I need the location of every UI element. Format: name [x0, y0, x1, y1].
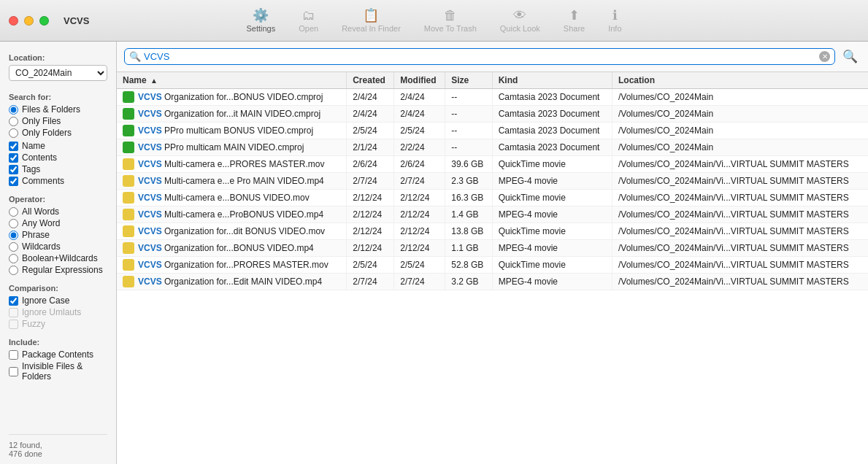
contents-row: Contents: [9, 152, 107, 163]
cell-kind: MPEG-4 movie: [492, 240, 612, 257]
cell-kind: QuickTime movie: [492, 190, 612, 206]
comments-row: Comments: [9, 176, 107, 186]
table-row[interactable]: VCVS Multi-camera e...ProBONUS VIDEO.mp4…: [117, 206, 868, 223]
info-button[interactable]: ℹ Info: [596, 4, 633, 37]
cell-size: 52.8 GB: [445, 257, 492, 274]
file-name: VCVS Organization for...BONUS VIDEO.cmpr…: [138, 92, 323, 102]
boolean-wildcards-label: Boolean+Wildcards: [22, 253, 98, 263]
search-input[interactable]: [144, 51, 816, 62]
settings-button[interactable]: ⚙️ Settings: [234, 4, 287, 37]
invisible-files-row: Invisible Files & Folders: [9, 361, 107, 382]
cell-created: 2/4/24: [347, 89, 394, 106]
window-controls: [9, 16, 49, 26]
table-row[interactable]: VCVS Organization for...it MAIN VIDEO.cm…: [117, 106, 868, 123]
comments-label: Comments: [22, 176, 64, 186]
col-location[interactable]: Location: [612, 72, 868, 89]
cell-name: VCVS Multi-camera e...ProBONUS VIDEO.mp4: [117, 206, 347, 223]
cell-created: 2/12/24: [347, 190, 394, 206]
trash-button[interactable]: 🗑 Move To Trash: [412, 4, 488, 37]
ignore-umlauts-checkbox[interactable]: [9, 308, 18, 317]
content-area: 🔍 ✕ 🔍 Name ▲ Created Modified Size Kind …: [117, 42, 868, 464]
all-words-radio[interactable]: [9, 207, 18, 217]
table-row[interactable]: VCVS Organization for...BONUS VIDEO.mp42…: [117, 240, 868, 257]
quicklook-button[interactable]: 👁 Quick Look: [488, 4, 552, 37]
minimize-button[interactable]: [24, 16, 34, 26]
col-kind[interactable]: Kind: [492, 72, 612, 89]
regular-expressions-radio[interactable]: [9, 266, 18, 275]
file-name: VCVS PPro multicam MAIN VIDEO.cmproj: [138, 142, 304, 152]
package-contents-checkbox[interactable]: [9, 350, 18, 360]
settings-label: Settings: [246, 25, 275, 33]
only-folders-label: Only Folders: [22, 128, 72, 138]
close-button[interactable]: [9, 16, 18, 26]
table-row[interactable]: VCVS Organization for...Edit MAIN VIDEO.…: [117, 274, 868, 290]
name-row: Name: [9, 141, 107, 151]
cell-created: 2/6/24: [347, 156, 394, 173]
titlebar: VCVS ⚙️ Settings 🗂 Open 📋 Reveal In Find…: [0, 0, 868, 42]
search-icon: 🔍: [129, 51, 141, 62]
file-icon: [123, 209, 134, 220]
cell-created: 2/7/24: [347, 274, 394, 290]
cell-kind: MPEG-4 movie: [492, 173, 612, 190]
cell-name: VCVS Organization for...BONUS VIDEO.cmpr…: [117, 89, 347, 106]
cell-kind: QuickTime movie: [492, 257, 612, 274]
boolean-wildcards-radio[interactable]: [9, 254, 18, 263]
comments-checkbox[interactable]: [9, 177, 18, 186]
cell-size: 1.1 GB: [445, 240, 492, 257]
cell-modified: 2/5/24: [394, 257, 445, 274]
only-files-radio[interactable]: [9, 117, 18, 126]
wildcards-label: Wildcards: [22, 241, 61, 252]
cell-name: VCVS Organization for...BONUS VIDEO.mp4: [117, 240, 347, 257]
cell-location: /Volumes/CO_2024Main: [612, 123, 868, 139]
table-row[interactable]: VCVS Multi-camera e...BONUS VIDEO.mov2/1…: [117, 190, 868, 206]
invisible-files-checkbox[interactable]: [9, 367, 18, 376]
tags-checkbox[interactable]: [9, 165, 18, 174]
operator-label: Operator:: [9, 195, 107, 204]
search-go-button[interactable]: 🔍: [840, 47, 861, 66]
search-for-section: Search for: Files & Folders Only Files O…: [9, 87, 107, 139]
col-modified[interactable]: Modified: [394, 72, 445, 89]
toolbar: ⚙️ Settings 🗂 Open 📋 Reveal In Finder 🗑 …: [234, 0, 633, 41]
table-row[interactable]: VCVS Multi-camera e...e Pro MAIN VIDEO.m…: [117, 173, 868, 190]
open-button[interactable]: 🗂 Open: [287, 4, 330, 37]
cell-location: /Volumes/CO_2024Main/Vi...VIRTUAL SUMMIT…: [612, 223, 868, 240]
cell-modified: 2/7/24: [394, 274, 445, 290]
col-created[interactable]: Created: [347, 72, 394, 89]
fuzzy-checkbox[interactable]: [9, 320, 18, 329]
search-in-section: Name Contents Tags Comments: [9, 141, 107, 187]
contents-checkbox[interactable]: [9, 153, 18, 163]
table-row[interactable]: VCVS PPro multicam BONUS VIDEO.cmproj2/5…: [117, 123, 868, 139]
cell-modified: 2/2/24: [394, 139, 445, 156]
col-name[interactable]: Name ▲: [117, 72, 347, 89]
table-row[interactable]: VCVS Organization for...PRORES MASTER.mo…: [117, 257, 868, 274]
only-folders-row: Only Folders: [9, 128, 107, 138]
table-row[interactable]: VCVS PPro multicam MAIN VIDEO.cmproj2/1/…: [117, 139, 868, 156]
files-folders-radio[interactable]: [9, 105, 18, 115]
reveal-button[interactable]: 📋 Reveal In Finder: [330, 4, 412, 37]
sidebar: Location: CO_2024Main Search for: Files …: [0, 42, 117, 464]
phrase-radio[interactable]: [9, 231, 18, 240]
search-clear-button[interactable]: ✕: [819, 51, 830, 62]
cell-created: 2/12/24: [347, 206, 394, 223]
cell-created: 2/7/24: [347, 173, 394, 190]
table-row[interactable]: VCVS Organization for...dit BONUS VIDEO.…: [117, 223, 868, 240]
any-word-radio[interactable]: [9, 219, 18, 228]
location-label: Location:: [9, 53, 107, 62]
col-size[interactable]: Size: [445, 72, 492, 89]
package-contents-row: Package Contents: [9, 349, 107, 360]
file-icon: [123, 125, 134, 136]
regular-expressions-row: Regular Expressions: [9, 265, 107, 275]
table-row[interactable]: VCVS Organization for...BONUS VIDEO.cmpr…: [117, 89, 868, 106]
wildcards-radio[interactable]: [9, 242, 18, 252]
share-button[interactable]: ⬆ Share: [552, 4, 596, 37]
cell-location: /Volumes/CO_2024Main/Vi...VIRTUAL SUMMIT…: [612, 240, 868, 257]
maximize-button[interactable]: [39, 16, 49, 26]
file-icon: [123, 158, 134, 170]
table-row[interactable]: VCVS Multi-camera e...PRORES MASTER.mov2…: [117, 156, 868, 173]
location-select[interactable]: CO_2024Main: [9, 65, 107, 81]
name-checkbox[interactable]: [9, 142, 18, 151]
only-folders-radio[interactable]: [9, 128, 18, 138]
ignore-case-label: Ignore Case: [22, 295, 69, 306]
cell-size: --: [445, 89, 492, 106]
ignore-case-checkbox[interactable]: [9, 296, 18, 306]
